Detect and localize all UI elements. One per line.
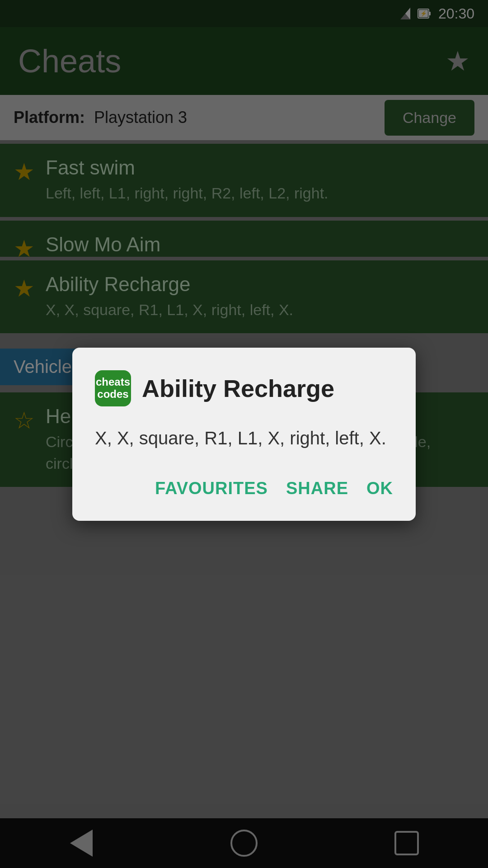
share-button[interactable]: SHARE bbox=[286, 474, 348, 503]
ok-button[interactable]: OK bbox=[366, 474, 393, 503]
dialog-actions: FAVOURITES SHARE OK bbox=[95, 474, 393, 503]
dialog-app-icon: cheatscodes bbox=[95, 370, 131, 406]
dialog-header: cheatscodes Ability Recharge bbox=[95, 370, 393, 406]
favourites-button[interactable]: FAVOURITES bbox=[155, 474, 268, 503]
dialog-title: Ability Recharge bbox=[142, 374, 334, 402]
dialog-body: X, X, square, R1, L1, X, right, left, X. bbox=[95, 425, 393, 452]
dialog-icon-text: cheatscodes bbox=[96, 376, 130, 400]
ability-recharge-dialog: cheatscodes Ability Recharge X, X, squar… bbox=[72, 348, 416, 521]
dialog-overlay[interactable]: cheatscodes Ability Recharge X, X, squar… bbox=[0, 0, 488, 868]
